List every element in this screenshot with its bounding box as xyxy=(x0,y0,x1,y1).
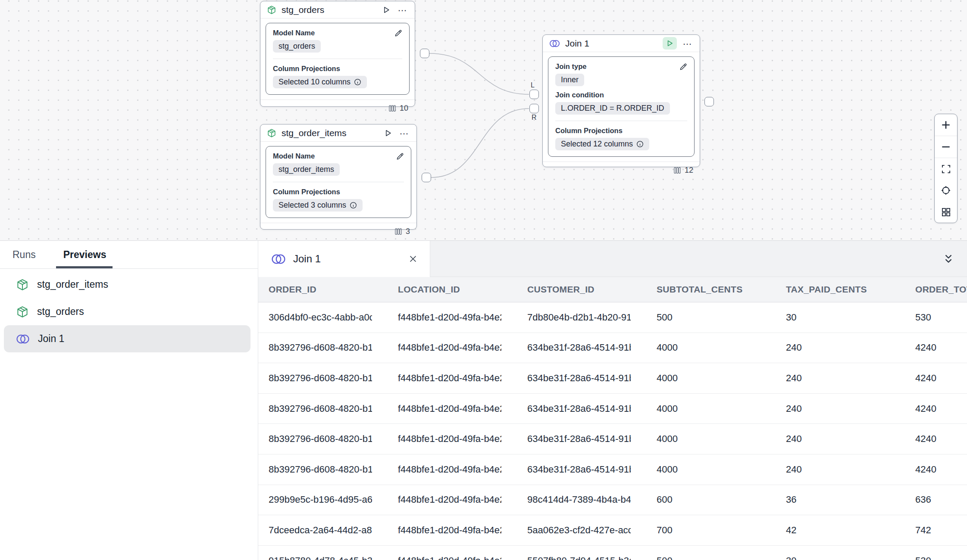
table-cell: 636 xyxy=(889,494,967,505)
model-name-chip[interactable]: stg_order_items xyxy=(273,163,340,176)
output-handle-stg-orders[interactable] xyxy=(420,49,429,58)
column-header[interactable]: CUSTOMER_ID xyxy=(501,284,631,295)
output-handle-join[interactable] xyxy=(704,97,714,106)
edit-pencil-icon[interactable] xyxy=(394,29,403,37)
edit-pencil-icon[interactable] xyxy=(679,62,688,71)
table-cell: 8b392796-d608-4820-b13 xyxy=(258,373,372,384)
table-cell: 4240 xyxy=(889,403,967,414)
sidebar-item-stg-order-items[interactable]: stg_order_items xyxy=(4,271,250,298)
input-handle-join-left[interactable] xyxy=(529,90,539,99)
node-footer: 10 xyxy=(260,100,415,117)
column-projections-chip[interactable]: Selected 3 columns xyxy=(273,199,363,212)
table-cell: f448bfe1-d20d-49fa-b4e2 xyxy=(372,312,501,323)
table-cell: 4240 xyxy=(889,464,967,475)
node-menu-button[interactable]: … xyxy=(682,40,693,47)
column-header[interactable]: ORDER_ID xyxy=(258,284,372,295)
info-icon xyxy=(354,78,361,86)
table-cell: 4000 xyxy=(631,433,760,445)
edge-stg-order-items-to-join-R xyxy=(431,109,529,177)
tab-runs[interactable]: Runs xyxy=(13,241,36,268)
table-cell: 36 xyxy=(760,494,889,505)
model-cube-icon xyxy=(16,305,29,318)
node-footer: 12 xyxy=(543,162,700,179)
node-stg-order-items[interactable]: stg_order_items … Model Name stg_order_i… xyxy=(260,124,417,230)
zoom-in-button[interactable] xyxy=(935,114,957,136)
table-cell: 634be31f-28a6-4514-91b4 xyxy=(501,342,631,353)
table-cell: 8b392796-d608-4820-b13 xyxy=(258,464,372,475)
zoom-out-button[interactable] xyxy=(935,136,957,158)
run-node-button[interactable] xyxy=(382,128,394,139)
preview-tab-join-1[interactable]: Join 1 xyxy=(258,241,430,277)
column-header[interactable]: ORDER_TOTAL_CENTS xyxy=(889,284,967,295)
node-join-1[interactable]: Join 1 … Join type Inner Join condition … xyxy=(542,34,700,167)
layout-grid-button[interactable] xyxy=(935,201,957,223)
field-label: Model Name xyxy=(273,152,404,160)
table-cell: f448bfe1-d20d-49fa-b4e2 xyxy=(372,494,501,505)
field-label: Join type xyxy=(555,62,687,71)
table-cell: f448bfe1-d20d-49fa-b4e2 xyxy=(372,464,501,475)
dag-canvas[interactable]: stg_orders … Model Name stg_orders Colum… xyxy=(0,0,967,240)
panel-tabs: Runs Previews xyxy=(0,241,258,269)
app: stg_orders … Model Name stg_orders Colum… xyxy=(0,0,967,560)
run-node-button[interactable] xyxy=(663,37,677,50)
node-config-card: Model Name stg_order_items Column Projec… xyxy=(266,146,411,218)
run-node-button[interactable] xyxy=(381,4,392,16)
model-cube-icon xyxy=(267,5,276,15)
output-handle-stg-order-items[interactable] xyxy=(422,173,431,182)
node-menu-button[interactable]: … xyxy=(397,6,408,14)
table-cell: f448bfe1-d20d-49fa-b4e2 xyxy=(372,433,501,445)
input-handle-join-right[interactable] xyxy=(529,104,539,113)
column-header[interactable]: SUBTOTAL_CENTS xyxy=(631,284,760,295)
info-icon xyxy=(350,202,357,209)
field-label: Column Projections xyxy=(273,65,402,73)
table-cell: 530 xyxy=(889,312,967,323)
field-label: Column Projections xyxy=(273,188,404,196)
bottom-panel: Runs Previews stg_order_items stg_orders xyxy=(0,240,967,560)
column-projections-chip[interactable]: Selected 12 columns xyxy=(555,138,649,150)
fullscreen-button[interactable] xyxy=(935,158,957,180)
sidebar-item-join-1[interactable]: Join 1 xyxy=(4,325,250,352)
info-icon xyxy=(636,140,644,148)
tab-previews[interactable]: Previews xyxy=(63,241,106,268)
table-cell: 600 xyxy=(631,494,760,505)
table-cell: 240 xyxy=(760,342,889,353)
column-header[interactable]: LOCATION_ID xyxy=(372,284,501,295)
edit-pencil-icon[interactable] xyxy=(396,152,404,161)
field-label: Model Name xyxy=(273,29,402,37)
table-cell: 4240 xyxy=(889,373,967,384)
preview-tabbar: Join 1 xyxy=(258,241,967,277)
node-stg-orders[interactable]: stg_orders … Model Name stg_orders Colum… xyxy=(260,1,415,107)
panel-sidebar: Runs Previews stg_order_items stg_orders xyxy=(0,241,258,560)
table-row: 8b392796-d608-4820-b13f448bfe1-d20d-49fa… xyxy=(258,333,967,364)
join-type-chip[interactable]: Inner xyxy=(555,74,584,86)
table-cell: f448bfe1-d20d-49fa-b4e2 xyxy=(372,373,501,384)
table-row: 8b392796-d608-4820-b13f448bfe1-d20d-49fa… xyxy=(258,454,967,485)
collapse-panel-icon[interactable] xyxy=(943,252,954,265)
table-cell: 500 xyxy=(631,555,760,560)
node-config-card: Join type Inner Join condition L.ORDER_I… xyxy=(548,56,695,157)
edge-layer xyxy=(0,0,967,240)
field-label: Join condition xyxy=(555,91,687,99)
table-cell: 5aa062e3-cf2d-427e-acc1 xyxy=(501,525,631,536)
join-condition-chip[interactable]: L.ORDER_ID = R.ORDER_ID xyxy=(555,102,670,115)
join-right-handle-label: R xyxy=(532,114,537,121)
column-projections-chip[interactable]: Selected 10 columns xyxy=(273,76,367,88)
table-cell: 30 xyxy=(760,555,889,560)
close-icon[interactable] xyxy=(408,254,418,264)
node-menu-button[interactable]: … xyxy=(399,129,410,137)
edge-stg-orders-to-join-L xyxy=(429,53,529,94)
fit-view-button[interactable] xyxy=(935,180,957,201)
model-name-chip[interactable]: stg_orders xyxy=(273,40,321,53)
column-count: 3 xyxy=(406,227,410,236)
node-footer: 3 xyxy=(260,223,416,240)
table-header-row: ORDER_IDLOCATION_IDCUSTOMER_IDSUBTOTAL_C… xyxy=(258,277,967,302)
column-header[interactable]: TAX_PAID_CENTS xyxy=(760,284,889,295)
columns-icon xyxy=(394,227,402,236)
columns-icon xyxy=(388,104,396,112)
table-cell: 240 xyxy=(760,433,889,445)
table-cell: 4000 xyxy=(631,464,760,475)
table-cell: 8b392796-d608-4820-b13 xyxy=(258,403,372,414)
table-cell: 634be31f-28a6-4514-91b4 xyxy=(501,373,631,384)
sidebar-item-stg-orders[interactable]: stg_orders xyxy=(4,298,250,325)
table-cell: f448bfe1-d20d-49fa-b4e2 xyxy=(372,555,501,560)
